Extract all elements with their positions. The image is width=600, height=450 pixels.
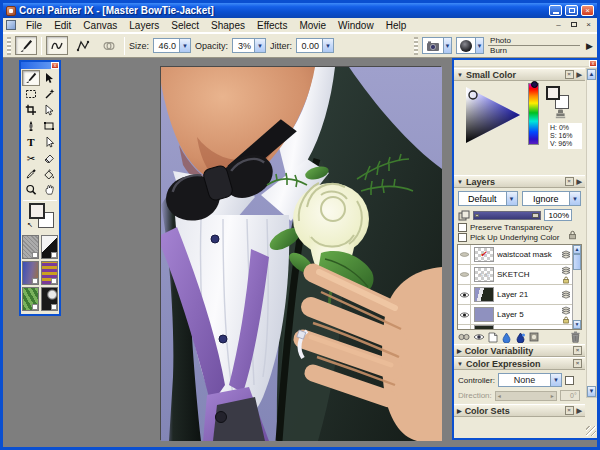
canvas-artwork[interactable] xyxy=(161,67,442,441)
pick-up-underlying-checkbox[interactable] xyxy=(458,233,467,242)
color-expression-header[interactable]: ▼ Color Expression × xyxy=(454,357,585,370)
magnifier-tool[interactable] xyxy=(22,182,40,198)
jitter-dropdown-icon[interactable]: ▼ xyxy=(322,39,333,52)
collapse-icon[interactable]: ▼ xyxy=(457,72,463,78)
composite-depth-select[interactable]: Ignore ▼ xyxy=(522,191,582,206)
dock-close-button[interactable]: x xyxy=(589,60,597,67)
color-sets-header[interactable]: ▶ Color Sets × ▶ xyxy=(454,404,585,417)
scroll-down-icon[interactable]: ▼ xyxy=(573,320,581,329)
weave-selector[interactable] xyxy=(41,261,58,285)
menu-edit[interactable]: Edit xyxy=(48,20,77,31)
dock-titlebar[interactable]: x xyxy=(454,60,598,67)
scroll-up-icon[interactable]: ▲ xyxy=(587,69,596,80)
new-liquid-ink-layer-icon[interactable] xyxy=(515,332,526,343)
delete-layer-icon[interactable] xyxy=(570,331,581,343)
magic-wand-tool[interactable] xyxy=(40,86,58,102)
minimize-button[interactable] xyxy=(549,5,562,16)
dynamic-plugins-icon[interactable] xyxy=(458,332,470,342)
document-icon[interactable] xyxy=(6,20,16,30)
new-layer-mask-icon[interactable] xyxy=(529,332,539,342)
shape-selection-tool[interactable] xyxy=(40,134,58,150)
opacity-combo[interactable]: 3% ▼ xyxy=(232,38,266,53)
controller-checkbox[interactable] xyxy=(565,376,574,385)
collapse-icon[interactable]: ▼ xyxy=(457,361,463,367)
visibility-toggle[interactable] xyxy=(458,285,471,304)
brush-tool-indicator[interactable] xyxy=(15,36,37,55)
paper-flyout-button[interactable] xyxy=(32,252,38,258)
menu-canvas[interactable]: Canvas xyxy=(77,20,123,31)
scrollbar-thumb[interactable] xyxy=(573,254,581,270)
gradient-flyout-button[interactable] xyxy=(32,278,38,284)
doc-minimize-button[interactable]: – xyxy=(553,20,564,30)
toolbar-drag-handle[interactable] xyxy=(7,37,11,55)
doc-restore-button[interactable] xyxy=(568,20,579,30)
menu-window[interactable]: Window xyxy=(332,20,380,31)
scroll-up-icon[interactable]: ▲ xyxy=(573,245,581,254)
small-color-header[interactable]: ▼ Small Color × ▶ xyxy=(454,68,585,81)
small-color-flyout-icon[interactable]: ▶ xyxy=(577,71,582,79)
small-color-close-icon[interactable]: × xyxy=(565,70,574,79)
nozzle-flyout-button[interactable] xyxy=(32,304,38,310)
resize-grip[interactable] xyxy=(586,426,596,436)
toolbox-close-button[interactable]: x xyxy=(51,62,59,69)
opacity-slider-handle[interactable] xyxy=(532,213,539,218)
selection-adjuster-tool[interactable] xyxy=(40,102,58,118)
collapse-icon[interactable]: ▶ xyxy=(457,347,462,354)
brush-tool[interactable] xyxy=(22,70,40,86)
layers-close-icon[interactable]: × xyxy=(565,177,574,186)
composite-method-select[interactable]: Default ▼ xyxy=(458,191,518,206)
new-layer-icon[interactable] xyxy=(488,332,498,343)
color-sets-close-icon[interactable]: × xyxy=(565,406,574,415)
size-combo[interactable]: 46.0 ▼ xyxy=(153,38,191,53)
controller-dropdown-icon[interactable]: ▼ xyxy=(550,374,561,386)
layer-list-scrollbar[interactable]: ▲ ▼ xyxy=(572,245,581,329)
color-variability-header[interactable]: ▶ Color Variability × xyxy=(454,344,585,357)
visibility-toggle[interactable] xyxy=(458,265,471,284)
doc-close-button[interactable]: × xyxy=(583,20,594,30)
visibility-toggle[interactable] xyxy=(458,245,471,264)
main-color-swatch[interactable] xyxy=(29,203,45,219)
layer-row-sketch[interactable]: ∿∿ SKETCH xyxy=(458,265,581,285)
layers-flyout-icon[interactable]: ▶ xyxy=(577,178,582,186)
close-button[interactable]: × xyxy=(581,5,594,16)
menu-effects[interactable]: Effects xyxy=(251,20,293,31)
pattern-selector[interactable] xyxy=(41,235,58,259)
hue-slider[interactable] xyxy=(528,83,539,145)
layer-row-layer-5[interactable]: Layer 5 xyxy=(458,305,581,325)
freehand-stroke-button[interactable] xyxy=(46,36,68,55)
preserve-transparency-checkbox[interactable] xyxy=(458,223,467,232)
layer-row-layer-21[interactable]: Layer 21 xyxy=(458,285,581,305)
dropper-tool[interactable] xyxy=(22,166,40,182)
dock-scrollbar[interactable]: ▲ ▼ xyxy=(586,68,597,398)
rectangular-shape-tool[interactable] xyxy=(40,118,58,134)
main-color-swatch[interactable] xyxy=(546,86,560,100)
category-dropdown-icon[interactable]: ▼ xyxy=(443,38,451,53)
straight-stroke-button[interactable] xyxy=(72,36,94,55)
titlebar[interactable]: Corel Painter IX - [Master BowTie-Jacket… xyxy=(3,3,597,18)
collapse-icon[interactable]: ▼ xyxy=(457,179,463,185)
layer-row-waistcoat-mask[interactable]: ✓ waistcoat mask xyxy=(458,245,581,265)
eraser-tool[interactable] xyxy=(40,150,58,166)
gradient-selector[interactable] xyxy=(22,261,39,285)
layer-row-partial[interactable] xyxy=(458,325,581,330)
collapse-icon[interactable]: ▶ xyxy=(457,407,462,414)
swap-colors-icon[interactable]: ↖ xyxy=(27,221,33,229)
brush-category-selector[interactable]: ▼ xyxy=(422,37,452,54)
composite-depth-dropdown-icon[interactable]: ▼ xyxy=(569,192,580,205)
menu-movie[interactable]: Movie xyxy=(293,20,332,31)
weave-flyout-button[interactable] xyxy=(51,278,57,284)
pattern-flyout-button[interactable] xyxy=(51,252,57,258)
rectangular-selection-tool[interactable] xyxy=(22,86,40,102)
new-watercolor-layer-icon[interactable] xyxy=(501,332,512,343)
brush-variant-selector[interactable]: ▼ xyxy=(456,37,484,54)
color-sets-flyout-icon[interactable]: ▶ xyxy=(577,407,582,415)
menu-help[interactable]: Help xyxy=(380,20,413,31)
restore-button[interactable] xyxy=(565,5,578,16)
opacity-dropdown-icon[interactable]: ▼ xyxy=(254,39,265,52)
size-dropdown-icon[interactable]: ▼ xyxy=(179,39,190,52)
effects-eye-icon[interactable] xyxy=(473,332,485,342)
jitter-combo[interactable]: 0.00 ▼ xyxy=(296,38,334,53)
look-flyout-button[interactable] xyxy=(51,304,57,310)
composite-method-dropdown-icon[interactable]: ▼ xyxy=(506,192,517,205)
scroll-down-icon[interactable]: ▼ xyxy=(587,386,596,397)
